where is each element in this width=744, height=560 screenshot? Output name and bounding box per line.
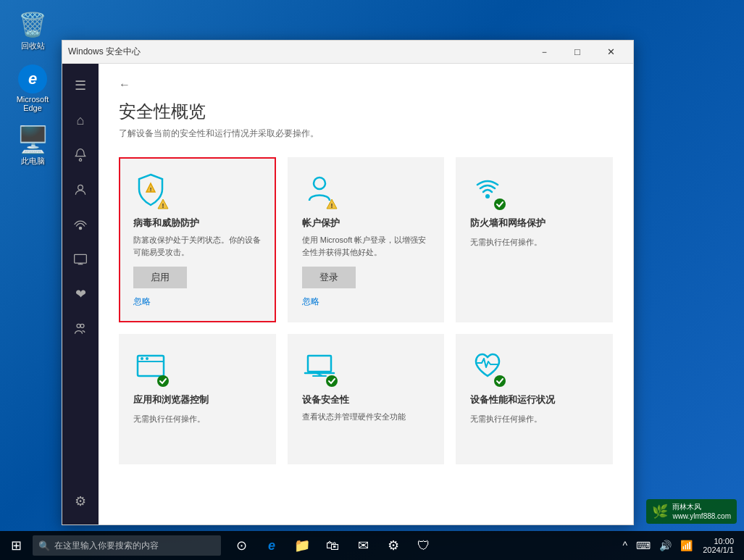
my-computer-icon[interactable]: 🖥️ 此电脑 bbox=[7, 122, 58, 170]
edge-icon[interactable]: e MicrosoftEdge bbox=[7, 62, 58, 115]
svg-point-0 bbox=[79, 159, 81, 161]
taskbar-keyboard-icon[interactable]: ⌨ bbox=[633, 540, 653, 551]
svg-point-28 bbox=[494, 375, 506, 387]
firewall-card-title: 防火墙和网络保护 bbox=[470, 217, 598, 230]
start-button[interactable]: ⊞ bbox=[0, 531, 33, 560]
watermark: 🌿 雨林木风 www.ylmf888.com bbox=[646, 499, 737, 524]
taskbar-volume-icon[interactable]: 🔊 bbox=[656, 540, 674, 551]
virus-enable-button[interactable]: 启用 bbox=[133, 267, 187, 288]
firewall-card-status: 无需执行任何操作。 bbox=[470, 237, 598, 248]
window-controls: － □ ✕ bbox=[527, 41, 627, 64]
window-body: ☰ ⌂ bbox=[62, 64, 633, 525]
taskbar-explorer-icon[interactable]: 📁 bbox=[288, 531, 317, 560]
svg-point-22 bbox=[157, 375, 169, 387]
svg-point-8 bbox=[80, 324, 84, 327]
virus-card[interactable]: ! ! 病毒和威胁防护 防篡改保护处 bbox=[119, 157, 276, 322]
sidebar-item-account[interactable] bbox=[64, 174, 96, 206]
device-security-card-title: 设备安全性 bbox=[302, 393, 430, 406]
taskbar: ⊞ 🔍 在这里输入你要搜索的内容 ⊙ e 📁 🛍 ✉ ⚙ 🛡 ^ ⌨ 🔊 📶 1… bbox=[0, 531, 744, 560]
app-control-card-title: 应用和浏览器控制 bbox=[133, 393, 262, 406]
app-control-card-status: 无需执行任何操作。 bbox=[133, 414, 262, 425]
health-card[interactable]: 设备性能和运行状况 无需执行任何操作。 bbox=[456, 334, 613, 464]
taskbar-right: ^ ⌨ 🔊 📶 10:00 2024/1/1 bbox=[620, 537, 744, 554]
recycle-bin-icon[interactable]: 🗑️ 回收站 bbox=[7, 7, 58, 54]
account-card-desc: 使用 Microsoft 帐户登录，以增强安全性并获得其他好处。 bbox=[302, 234, 430, 258]
taskbar-chevron-icon[interactable]: ^ bbox=[620, 540, 631, 551]
page-subtitle: 了解设备当前的安全性和运行情况并采取必要操作。 bbox=[119, 128, 613, 140]
svg-point-7 bbox=[77, 324, 80, 327]
taskbar-search[interactable]: 🔍 在这里输入你要搜索的内容 bbox=[33, 535, 221, 556]
svg-rect-23 bbox=[308, 356, 331, 372]
sidebar-item-virus[interactable] bbox=[64, 139, 96, 171]
sidebar-item-home[interactable]: ⌂ bbox=[64, 104, 96, 136]
health-card-title: 设备性能和运行状况 bbox=[470, 393, 598, 406]
svg-rect-4 bbox=[75, 254, 87, 263]
svg-point-2 bbox=[78, 185, 83, 190]
virus-card-desc: 防篡改保护处于关闭状态。你的设备可能易受攻击。 bbox=[133, 234, 262, 258]
minimize-button[interactable]: － bbox=[527, 41, 561, 64]
window-title: Windows 安全中心 bbox=[68, 46, 527, 58]
main-content: ← 安全性概览 了解设备当前的安全性和运行情况并采取必要操作。 bbox=[99, 64, 633, 525]
desktop: 🗑️ 回收站 e MicrosoftEdge 🖥️ 此电脑 Windows 安全… bbox=[0, 0, 744, 560]
svg-point-21 bbox=[146, 357, 149, 360]
sidebar-item-family[interactable] bbox=[64, 313, 96, 345]
account-card-title: 帐户保护 bbox=[302, 217, 430, 230]
virus-ignore-link[interactable]: 忽略 bbox=[133, 296, 262, 308]
taskbar-network-icon[interactable]: 📶 bbox=[677, 540, 695, 551]
svg-point-13 bbox=[314, 177, 325, 189]
taskbar-shield-icon[interactable]: 🛡 bbox=[409, 531, 438, 560]
svg-text:!: ! bbox=[162, 202, 164, 209]
sidebar-item-health[interactable]: ❤ bbox=[64, 278, 96, 310]
sidebar-item-menu[interactable]: ☰ bbox=[64, 70, 96, 101]
window-sidebar: ☰ ⌂ bbox=[62, 64, 99, 525]
account-card[interactable]: ! 帐户保护 使用 Microsoft 帐户登录，以增强安全性并获得其他好处。 … bbox=[288, 157, 445, 322]
sidebar-item-settings[interactable]: ⚙ bbox=[64, 485, 96, 517]
maximize-button[interactable]: □ bbox=[561, 41, 594, 64]
taskbar-store-icon[interactable]: 🛍 bbox=[318, 531, 347, 560]
device-security-card-desc: 查看状态并管理硬件安全功能 bbox=[302, 411, 430, 450]
svg-text:!: ! bbox=[330, 202, 333, 209]
taskbar-center-icons: ⊙ e 📁 🛍 ✉ ⚙ 🛡 bbox=[227, 531, 438, 560]
health-card-status: 无需执行任何操作。 bbox=[470, 414, 598, 425]
device-security-card[interactable]: 设备安全性 查看状态并管理硬件安全功能 bbox=[288, 334, 445, 464]
app-control-card[interactable]: 应用和浏览器控制 无需执行任何操作。 bbox=[119, 334, 276, 464]
taskbar-mail-icon[interactable]: ✉ bbox=[348, 531, 377, 560]
account-login-button[interactable]: 登录 bbox=[302, 267, 356, 288]
firewall-card[interactable]: 防火墙和网络保护 无需执行任何操作。 bbox=[456, 157, 613, 322]
svg-text:!: ! bbox=[150, 186, 152, 193]
svg-point-27 bbox=[326, 375, 338, 387]
page-title: 安全性概览 bbox=[119, 100, 613, 123]
svg-point-17 bbox=[494, 198, 506, 210]
window-titlebar: Windows 安全中心 － □ ✕ bbox=[62, 41, 633, 64]
windows-security-window: Windows 安全中心 － □ ✕ ☰ ⌂ bbox=[62, 40, 634, 525]
svg-point-20 bbox=[141, 357, 143, 360]
taskbar-edge-icon[interactable]: e bbox=[257, 531, 286, 560]
virus-card-title: 病毒和威胁防护 bbox=[133, 217, 262, 230]
taskbar-settings-icon[interactable]: ⚙ bbox=[379, 531, 408, 560]
taskbar-time: 10:00 2024/1/1 bbox=[698, 537, 738, 554]
svg-point-16 bbox=[485, 194, 490, 198]
task-view-button[interactable]: ⊙ bbox=[227, 531, 256, 560]
account-ignore-link[interactable]: 忽略 bbox=[302, 296, 430, 308]
desktop-icons-area: 🗑️ 回收站 e MicrosoftEdge 🖥️ 此电脑 bbox=[7, 7, 58, 170]
sidebar-item-network[interactable] bbox=[64, 209, 96, 241]
back-button[interactable]: ← bbox=[119, 78, 130, 91]
security-cards-grid: ! ! 病毒和威胁防护 防篡改保护处 bbox=[119, 157, 613, 464]
close-button[interactable]: ✕ bbox=[594, 41, 627, 64]
svg-point-3 bbox=[79, 227, 81, 229]
sidebar-item-device-security[interactable] bbox=[64, 243, 96, 275]
search-placeholder-text: 在这里输入你要搜索的内容 bbox=[54, 540, 159, 552]
search-icon: 🔍 bbox=[38, 540, 50, 551]
